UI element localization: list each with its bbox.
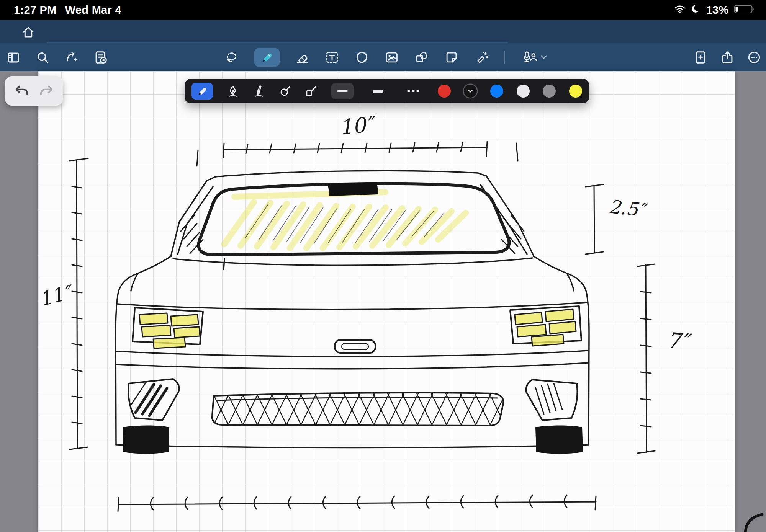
fountain-pen-button[interactable] [226,85,239,98]
color-blue-button[interactable] [490,85,503,98]
add-page-icon[interactable] [693,50,708,65]
notebook-page[interactable] [38,71,735,532]
screen: 1:27 PM Wed Mar 4 13% EV × [0,0,766,532]
dark-mode-moon-icon [691,4,701,16]
page-curl[interactable] [745,514,762,532]
stroke-dashed-button[interactable] [402,83,424,99]
clock: 1:27 PM [14,4,57,16]
smart-shape-pen-button[interactable] [279,85,292,98]
text-icon[interactable] [325,50,339,65]
chevron-down-icon [541,55,547,59]
redo-button[interactable] [39,83,54,99]
elements-icon[interactable] [355,50,369,65]
undo-button[interactable] [14,83,29,99]
shapes-icon[interactable] [414,50,429,65]
stroke-medium-button[interactable] [367,83,389,99]
battery-percent: 13% [706,4,728,16]
date: Wed Mar 4 [65,4,121,16]
status-bar: 1:27 PM Wed Mar 4 13% [0,0,766,20]
main-toolbar [0,43,766,71]
battery-icon [734,4,755,16]
pen-tool-selected[interactable] [254,48,280,67]
color-yellow-button[interactable] [569,85,582,98]
audio-record-button[interactable] [520,50,547,65]
tab-bar: EV × Hw 4 × [0,20,766,43]
ballpoint-pen-button[interactable] [192,83,213,100]
photo-icon[interactable] [385,50,399,65]
pen-toolbar [185,79,589,103]
laser-pointer-icon[interactable] [474,50,489,65]
search-icon[interactable] [35,50,50,65]
color-red-button[interactable] [438,85,451,98]
color-gray-button[interactable] [543,85,556,98]
lasso-icon[interactable] [224,50,239,65]
stroke-thin-button[interactable] [331,83,354,99]
quick-note-icon[interactable] [93,50,108,65]
wifi-icon [674,4,686,16]
ai-assist-icon[interactable] [64,50,79,65]
color-white-button[interactable] [517,85,530,98]
home-button[interactable] [20,24,37,40]
sticky-note-icon[interactable] [444,50,459,65]
eraser-icon[interactable] [295,50,309,65]
brush-pen-button[interactable] [252,85,265,98]
undo-redo-panel [5,76,63,106]
toolbar-divider [504,51,505,64]
share-icon[interactable] [720,50,735,65]
insert-shape-button[interactable] [305,85,318,98]
more-icon[interactable] [747,50,761,65]
color-black-button-selected[interactable] [464,85,477,98]
canvas-area: 10″ 11″ 2.5″ 7″ [0,71,766,532]
sidebar-icon[interactable] [6,50,21,65]
